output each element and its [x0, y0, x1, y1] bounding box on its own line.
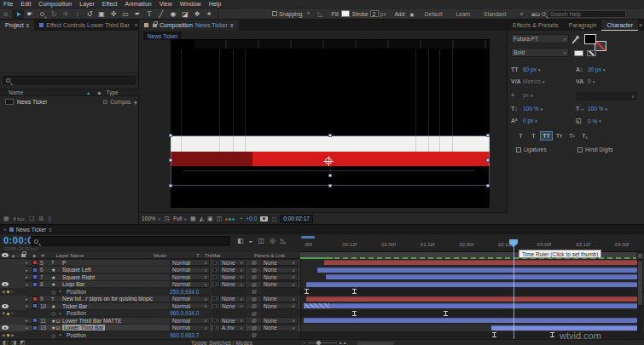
parent-dropdown[interactable]: None∨: [261, 259, 298, 266]
keyframe-navigator[interactable]: ◀◆▶: [0, 310, 26, 318]
region-of-interest-icon[interactable]: ▣: [207, 216, 213, 222]
parent-pickwhip-icon[interactable]: @: [247, 311, 261, 316]
workspace-standard[interactable]: Standard: [484, 11, 506, 17]
clone-stamp-tool-icon[interactable]: ◉: [167, 9, 179, 19]
preview-timecode[interactable]: 0:00:02:17: [280, 215, 313, 223]
eyedropper-icon[interactable]: [571, 37, 577, 43]
chevron-down-icon[interactable]: ▾: [605, 106, 607, 112]
layer-duration-bar[interactable]: [326, 274, 637, 279]
zoom-tool-icon[interactable]: [36, 9, 48, 19]
zoom-slider[interactable]: [308, 342, 337, 343]
trkmat-dropdown[interactable]: None∨: [219, 296, 246, 302]
trkmat-dropdown[interactable]: None∨: [219, 267, 246, 273]
selection-handle[interactable]: [169, 134, 172, 137]
panel-menu-icon[interactable]: ≡: [26, 23, 30, 28]
rotation-tool-icon[interactable]: ↺: [84, 9, 96, 19]
snap-options-icon[interactable]: ⌖: [302, 9, 314, 19]
layer-visibility-cell[interactable]: [0, 317, 26, 325]
column-type[interactable]: Type: [107, 89, 119, 95]
blend-mode-dropdown[interactable]: Normal∨: [170, 259, 210, 266]
layer-track[interactable]: [300, 317, 644, 325]
layer-label-chip[interactable]: [32, 274, 40, 279]
no-color-swatch[interactable]: [587, 50, 596, 56]
chevron-down-icon[interactable]: ▾: [535, 118, 537, 124]
column-layer-name[interactable]: Layer Name: [55, 253, 84, 258]
home-tool-icon[interactable]: ⌂: [0, 9, 12, 19]
delete-icon[interactable]: ▯: [48, 216, 51, 222]
fill-color-swatch[interactable]: [341, 10, 350, 17]
layer-expand-arrow[interactable]: ▾: [26, 303, 32, 308]
parent-dropdown[interactable]: None∨: [261, 302, 298, 309]
timeline-zoom-control[interactable]: − ▲▲: [303, 340, 347, 345]
keyframe-navigator[interactable]: ◀◆▶: [0, 331, 26, 339]
snapping-checkbox[interactable]: [272, 11, 277, 16]
tab-character[interactable]: Character: [601, 20, 638, 31]
fill-color-swatch[interactable]: [584, 34, 596, 44]
layer-visibility-cell[interactable]: [0, 302, 26, 310]
layer-duration-bar[interactable]: [324, 260, 637, 265]
new-composition-icon[interactable]: ⊞: [38, 216, 44, 222]
layer-expand-arrow[interactable]: ▸: [26, 318, 32, 323]
shy-layers-icon[interactable]: ◒: [249, 237, 253, 244]
parent-dropdown[interactable]: None∨: [261, 296, 298, 302]
kerning-value[interactable]: Metrics: [523, 78, 541, 84]
parent-dropdown[interactable]: None∨: [261, 267, 298, 273]
show-channel-icon[interactable]: [225, 216, 235, 221]
zoom-out-icon[interactable]: −: [303, 340, 306, 345]
parent-dropdown[interactable]: None∨: [261, 317, 298, 324]
column-parent-link[interactable]: Parent & Link: [254, 253, 285, 258]
layer-label-chip[interactable]: [32, 260, 40, 265]
blend-mode-dropdown[interactable]: Normal∨: [170, 302, 210, 309]
trkmat-dropdown[interactable]: None∨: [219, 281, 246, 288]
layer-name[interactable]: Square Right: [62, 274, 170, 280]
tab-paragraph[interactable]: Paragraph: [564, 20, 602, 31]
preserve-transparency-toggle[interactable]: [212, 282, 217, 286]
vertical-scale-value[interactable]: 100 %: [523, 106, 538, 112]
mask-visibility-icon[interactable]: ◭: [200, 216, 204, 222]
column-trkmat[interactable]: TrkMat: [205, 253, 220, 258]
selection-handle[interactable]: [169, 184, 172, 187]
position-value[interactable]: 960.0,934.0: [170, 310, 199, 316]
menu-item-window[interactable]: Window: [180, 1, 201, 7]
parent-pickwhip-icon[interactable]: @: [247, 289, 261, 294]
keyframe-icon[interactable]: [305, 289, 309, 294]
blend-mode-dropdown[interactable]: Normal∨: [170, 281, 210, 288]
brush-tool-icon[interactable]: ╱: [155, 9, 167, 19]
trkmat-dropdown[interactable]: A.Inv∨: [219, 325, 246, 331]
comp-mini-flowchart-icon[interactable]: ◧: [237, 237, 244, 244]
pan-behind-tool-icon[interactable]: ✜: [107, 9, 119, 19]
close-icon[interactable]: ×: [3, 227, 7, 233]
layer-label-chip[interactable]: [32, 318, 40, 323]
layer-visibility-cell[interactable]: [0, 296, 26, 303]
keyframe-icon[interactable]: [550, 332, 554, 337]
layer-name[interactable]: Lower Third Bar MATTE: [62, 318, 170, 324]
blend-mode-dropdown[interactable]: Normal∨: [170, 317, 210, 324]
property-track[interactable]: [300, 288, 644, 296]
selection-handle[interactable]: [486, 158, 490, 162]
selection-handle[interactable]: [328, 184, 332, 187]
layer-label-chip[interactable]: [32, 303, 40, 308]
menu-item-animation[interactable]: Animation: [125, 1, 152, 7]
keyframe-icon[interactable]: [352, 289, 357, 294]
hindi-digits-checkbox[interactable]: [577, 147, 583, 152]
panel-menu-icon[interactable]: ≡: [49, 227, 52, 233]
swap-fill-stroke-icon[interactable]: [574, 50, 583, 56]
workspace-default[interactable]: Default: [425, 11, 443, 17]
layer-duration-bar[interactable]: [306, 296, 637, 302]
lock-icon[interactable]: [153, 24, 157, 27]
keyframe-icon[interactable]: [444, 311, 448, 316]
layer-label-chip[interactable]: [32, 296, 40, 302]
layer-expand-arrow[interactable]: ▸: [26, 260, 32, 265]
new-folder-icon[interactable]: ❏: [29, 216, 34, 222]
preserve-transparency-toggle[interactable]: [212, 319, 217, 323]
preserve-transparency-toggle[interactable]: [212, 304, 217, 308]
keyframe-icon[interactable]: [352, 311, 357, 316]
graph-editor-icon[interactable]: ◺: [281, 237, 286, 244]
timeline-vertical-scrollbar[interactable]: [637, 259, 643, 339]
faux-style-button-5[interactable]: T₁: [578, 131, 591, 141]
project-item-name[interactable]: News Ticker: [17, 99, 47, 105]
hand-tool-icon[interactable]: ☛: [24, 9, 36, 19]
project-item-row[interactable]: News Ticker Compos ◈: [0, 97, 139, 106]
chevron-down-icon[interactable]: ▾: [540, 106, 542, 112]
layer-expand-arrow[interactable]: ▾: [26, 282, 32, 287]
